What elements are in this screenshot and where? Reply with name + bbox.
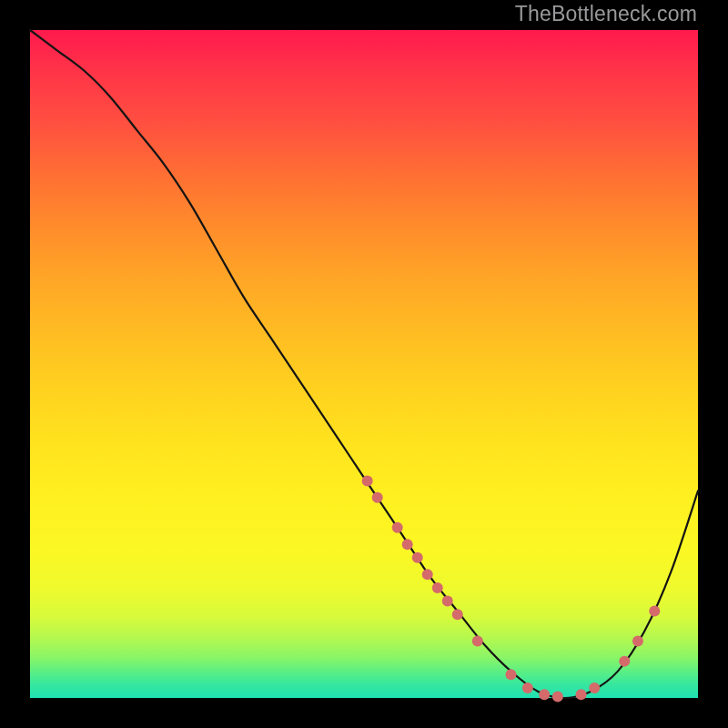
curve-dot	[372, 492, 383, 503]
curve-dot	[505, 669, 516, 680]
curve-dot	[649, 606, 660, 617]
curve-dot	[442, 596, 453, 607]
curve-dot	[422, 569, 433, 580]
curve-dot	[576, 689, 587, 700]
curve-dot	[589, 682, 600, 693]
bottleneck-curve-svg	[30, 30, 698, 698]
curve-dot	[552, 692, 563, 703]
curve-dot	[412, 552, 423, 563]
curve-dot	[522, 682, 533, 693]
curve-dots-group	[362, 475, 661, 702]
curve-dot	[432, 582, 443, 593]
curve-dot	[619, 656, 630, 667]
curve-dot	[472, 636, 483, 647]
curve-dot	[402, 539, 413, 550]
watermark-text: TheBottleneck.com	[515, 2, 697, 26]
curve-dot	[452, 609, 463, 620]
curve-dot	[362, 475, 373, 486]
curve-dot	[392, 522, 403, 533]
curve-dot	[539, 689, 550, 700]
curve-line	[30, 30, 698, 698]
curve-dot	[632, 636, 643, 647]
